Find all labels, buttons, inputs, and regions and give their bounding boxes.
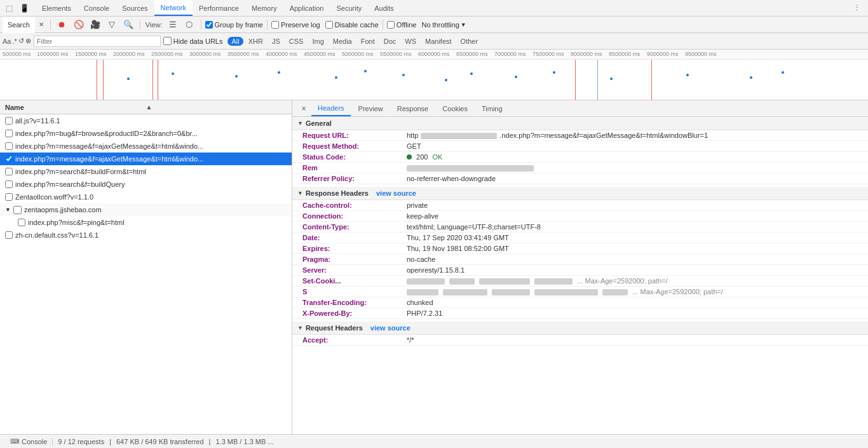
close-panel-btn[interactable]: × — [297, 102, 310, 115]
filter-input[interactable] — [34, 36, 161, 47]
file-item-4[interactable]: index.php?m=search&f=buildForm&t=html — [0, 165, 292, 178]
status-requests: 9 / 12 requests — [58, 438, 104, 445]
filter-type-js[interactable]: JS — [268, 37, 284, 46]
filter-type-other[interactable]: Other — [457, 37, 482, 46]
filter-type-all[interactable]: All — [227, 37, 243, 46]
regex-icon[interactable]: .* — [12, 37, 17, 45]
search-close-btn[interactable]: ✕ — [36, 20, 46, 30]
inspect-icon[interactable]: ⬚ — [3, 2, 15, 15]
offline-checkbox[interactable]: Offline — [387, 21, 417, 29]
detail-tab-cookies[interactable]: Cookies — [436, 100, 474, 116]
set-cookie-1-redacted-4 — [534, 278, 573, 285]
general-chevron: ▼ — [297, 120, 303, 126]
request-headers-view-source[interactable]: view source — [370, 324, 410, 332]
filter-type-media[interactable]: Media — [329, 37, 356, 46]
file-checkbox-0[interactable] — [5, 117, 13, 125]
group-by-frame-checkbox[interactable]: Group by frame — [205, 21, 263, 29]
clear-btn[interactable]: 🚫 — [71, 18, 86, 32]
group-checkbox[interactable] — [13, 206, 22, 214]
file-item-9[interactable]: zh-cn.default.css?v=11.6.1 — [0, 229, 292, 241]
hide-data-urls-input[interactable] — [163, 37, 172, 45]
content-type-value: text/html; Language=UTF-8;charset=UTF-8 — [407, 223, 858, 231]
request-headers-section-header[interactable]: ▼ Request Headers view source — [292, 322, 868, 335]
timeline-dot-12 — [610, 78, 613, 80]
device-icon[interactable]: 📱 — [18, 2, 31, 15]
filter-type-img[interactable]: Img — [308, 37, 327, 46]
screenshot-btn[interactable]: 🎥 — [88, 18, 103, 32]
filter-btn[interactable]: ▽ — [104, 18, 119, 32]
filter-type-font[interactable]: Font — [357, 37, 379, 46]
sep1 — [50, 20, 51, 30]
detail-tab-preview[interactable]: Preview — [352, 100, 390, 116]
transfer-encoding-label: Transfer-Encoding: — [302, 299, 404, 306]
preserve-log-checkbox[interactable]: Preserve log — [271, 21, 320, 29]
file-checkbox-2[interactable] — [5, 142, 13, 150]
search-btn[interactable]: 🔍 — [121, 18, 136, 32]
set-cookie-2-redacted-1 — [407, 289, 438, 295]
tab-performance[interactable]: Performance — [193, 0, 245, 16]
tab-application[interactable]: Application — [283, 0, 330, 16]
filter-type-doc[interactable]: Doc — [380, 37, 400, 46]
tab-console[interactable]: Console — [78, 0, 116, 16]
main-content: Name ▲ all.js?v=11.6.1 index.php?m=bug&f… — [0, 100, 868, 434]
file-checkbox-6[interactable] — [5, 193, 13, 201]
timeline-area: 500000 ms 1000000 ms 1500000 ms 2000000 … — [0, 50, 868, 100]
pragma-value: no-cache — [407, 255, 858, 263]
list-view-btn[interactable]: ☰ — [165, 18, 180, 32]
throttle-select[interactable]: No throttling ▼ — [421, 21, 466, 29]
tab-network[interactable]: Network — [154, 0, 193, 16]
tab-security[interactable]: Security — [330, 0, 368, 16]
tab-elements[interactable]: Elements — [36, 0, 78, 16]
response-headers-view-source[interactable]: view source — [376, 189, 416, 197]
response-headers-section-header[interactable]: ▼ Response Headers view source — [292, 187, 868, 200]
file-checkbox-1[interactable] — [5, 130, 13, 137]
general-section-header[interactable]: ▼ General — [292, 117, 868, 130]
disable-cache-input[interactable] — [325, 21, 333, 29]
file-item-6[interactable]: ZentaolIcon.woff?v=1.1.0 — [0, 191, 292, 203]
timeline-dot-7 — [402, 74, 405, 76]
file-checkbox-5[interactable] — [5, 180, 13, 188]
sort-icon[interactable]: ▲ — [146, 104, 287, 111]
more-tabs-icon[interactable]: ⋮ — [848, 4, 865, 12]
detail-tab-response[interactable]: Response — [391, 100, 435, 116]
detail-tab-timing[interactable]: Timing — [475, 100, 509, 116]
group-header-zentaopms[interactable]: ▼ zentaopms.jjshebao.com — [0, 203, 292, 216]
record-btn[interactable]: ⏺ — [55, 18, 70, 32]
preserve-log-input[interactable] — [271, 21, 279, 29]
disable-cache-checkbox[interactable]: Disable cache — [325, 21, 379, 29]
tab-memory[interactable]: Memory — [245, 0, 283, 16]
tab-sources[interactable]: Sources — [116, 0, 154, 16]
request-method-label: Request Method: — [302, 142, 404, 150]
status-code-row: Status Code: 200 OK — [292, 152, 868, 163]
filter-type-xhr[interactable]: XHR — [245, 37, 267, 46]
throttle-label: No throttling — [421, 21, 459, 29]
tab-audits[interactable]: Audits — [368, 0, 400, 16]
hide-data-urls-checkbox[interactable]: Hide data URLs — [163, 37, 223, 45]
referrer-policy-label: Referrer Policy: — [302, 175, 404, 182]
invert-icon[interactable]: ⊗ — [25, 37, 31, 45]
file-item-3[interactable]: index.php?m=message&f=ajaxGetMessage&t=h… — [0, 153, 292, 165]
filter-type-ws[interactable]: WS — [401, 37, 420, 46]
offline-input[interactable] — [387, 21, 395, 29]
file-item-1[interactable]: index.php?m=bug&f=browse&productID=2&bra… — [0, 127, 292, 140]
timeline-dot-9 — [470, 72, 473, 75]
console-toggle[interactable]: ⌨ Console — [5, 438, 53, 445]
file-checkbox-3[interactable] — [5, 155, 13, 163]
file-item-0[interactable]: all.js?v=11.6.1 — [0, 114, 292, 127]
file-checkbox-8[interactable] — [18, 219, 25, 226]
search-tab[interactable]: Search — [3, 17, 35, 33]
set-cookie-2-redacted-3 — [492, 289, 530, 295]
refresh-icon[interactable]: ↺ — [18, 37, 24, 45]
filter-type-css[interactable]: CSS — [285, 37, 308, 46]
file-item-2[interactable]: index.php?m=message&f=ajaxGetMessage&t=h… — [0, 140, 292, 153]
file-name-6: ZentaolIcon.woff?v=1.1.0 — [15, 193, 287, 201]
file-checkbox-4[interactable] — [5, 168, 13, 175]
detail-tab-headers[interactable]: Headers — [311, 100, 351, 116]
group-by-frame-input[interactable] — [205, 21, 213, 29]
filter-type-manifest[interactable]: Manifest — [421, 37, 456, 46]
file-checkbox-9[interactable] — [5, 231, 13, 239]
file-item-5[interactable]: index.php?m=search&f=buildQuery — [0, 178, 292, 191]
waterfall-view-btn[interactable]: ⬡ — [182, 18, 197, 32]
ruler-label-2: 1500000 ms — [75, 51, 107, 57]
file-item-8[interactable]: index.php?misc&f=ping&t=html — [0, 216, 292, 229]
